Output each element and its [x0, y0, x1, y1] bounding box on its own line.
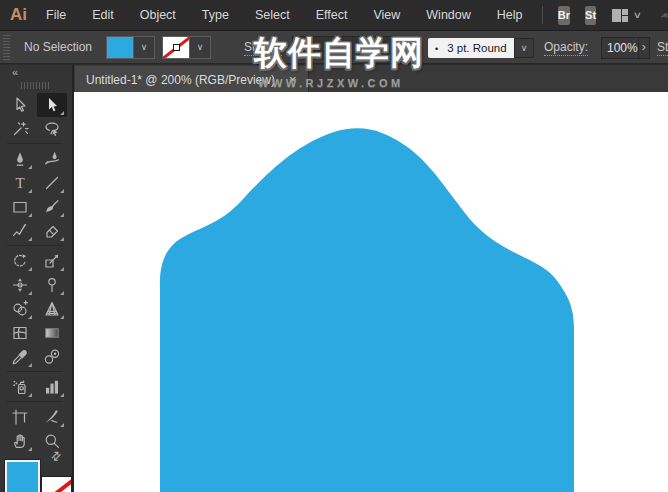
brush-value: 3 pt. Round: [447, 42, 506, 54]
column-graph-icon: [43, 378, 61, 396]
gpu-performance-icon[interactable]: [661, 7, 668, 24]
pen-tool[interactable]: [5, 147, 35, 171]
stroke-color-control[interactable]: ∨: [162, 36, 211, 59]
perspective-grid-icon: [43, 300, 61, 318]
eraser-tool[interactable]: [37, 219, 67, 243]
tools-panel: «: [0, 64, 74, 492]
stroke-weight-dropdown[interactable]: ∨: [392, 36, 408, 59]
control-bar-grip[interactable]: [3, 35, 10, 60]
stepper-down-icon[interactable]: [297, 49, 303, 53]
stroke-dropdown-button[interactable]: ∨: [189, 37, 210, 58]
gradient-icon: [43, 324, 61, 342]
chevron-down-icon: ∨: [633, 10, 642, 20]
width-tool[interactable]: [5, 273, 35, 297]
curvature-tool[interactable]: [37, 147, 67, 171]
opacity-value[interactable]: 100%: [602, 38, 638, 58]
menu-effect[interactable]: Effect: [303, 0, 361, 30]
menu-window[interactable]: Window: [413, 0, 483, 30]
rotate-tool[interactable]: [5, 249, 35, 273]
menu-file[interactable]: File: [33, 0, 79, 30]
slice-tool[interactable]: [37, 405, 67, 429]
selection-arrow-icon: [11, 96, 29, 114]
chevron-down-icon: ∨: [141, 42, 148, 52]
fill-proxy-swatch[interactable]: [5, 460, 40, 492]
column-graph-tool[interactable]: [37, 375, 67, 399]
menu-select[interactable]: Select: [242, 0, 303, 30]
tools-grid: T: [0, 93, 72, 453]
mesh-tool[interactable]: [5, 321, 35, 345]
stroke-weight-field[interactable]: [309, 36, 392, 59]
artboard-canvas[interactable]: [74, 92, 668, 492]
artboard-tool[interactable]: [5, 405, 35, 429]
puppet-warp-tool[interactable]: [37, 273, 67, 297]
paintbrush-icon: [43, 198, 61, 216]
line-segment-tool[interactable]: [37, 171, 67, 195]
selection-status: No Selection: [24, 40, 92, 54]
stepper-up-icon[interactable]: [297, 42, 303, 46]
stroke-ring: [173, 44, 180, 51]
workspace-switcher[interactable]: ∨: [612, 9, 641, 22]
workspace-icon: [612, 9, 629, 22]
blue-blob-shape[interactable]: [160, 128, 574, 492]
shaper-icon: [11, 222, 29, 240]
magic-wand-icon: [11, 120, 29, 138]
menu-object[interactable]: Object: [127, 0, 189, 30]
blend-tool[interactable]: [37, 345, 67, 369]
menu-help[interactable]: Help: [484, 0, 536, 30]
fill-swatch[interactable]: [107, 37, 133, 58]
stroke-proxy-swatch[interactable]: [42, 477, 71, 492]
menu-edit[interactable]: Edit: [79, 0, 127, 30]
pin-icon: [43, 276, 61, 294]
rectangle-tool[interactable]: [5, 195, 35, 219]
document-tab[interactable]: Untitled-1* @ 200% (RGB/Preview) ×: [75, 66, 309, 93]
opacity-arrow-button[interactable]: ›: [638, 38, 649, 58]
hand-icon: [11, 432, 29, 450]
scale-tool[interactable]: [37, 249, 67, 273]
shaper-tool[interactable]: [5, 219, 35, 243]
chevron-down-icon: ∨: [397, 42, 404, 52]
gradient-tool[interactable]: [37, 321, 67, 345]
menu-bar: Ai File Edit Object Type Select Effect V…: [0, 0, 668, 30]
fill-dropdown-button[interactable]: ∨: [133, 37, 154, 58]
type-tool[interactable]: T: [5, 171, 35, 195]
eraser-icon: [43, 222, 61, 240]
eyedropper-tool[interactable]: [5, 345, 35, 369]
brush-dropdown-button[interactable]: ∨: [514, 38, 534, 58]
artboard-icon: [11, 408, 29, 426]
lasso-tool[interactable]: [37, 117, 67, 141]
width-icon: [11, 276, 29, 294]
tools-panel-grip[interactable]: [21, 82, 51, 89]
opacity-field[interactable]: 100% ›: [601, 37, 650, 59]
menu-view[interactable]: View: [360, 0, 413, 30]
paintbrush-tool[interactable]: [37, 195, 67, 219]
svg-text:T: T: [15, 175, 24, 191]
magic-wand-tool[interactable]: [5, 117, 35, 141]
artwork-layer: [74, 92, 668, 492]
shape-builder-tool[interactable]: [5, 297, 35, 321]
type-icon: T: [11, 174, 29, 192]
brushes-button[interactable]: Br: [558, 6, 570, 25]
pen-icon: [11, 150, 29, 168]
perspective-grid-tool[interactable]: [37, 297, 67, 321]
menu-type[interactable]: Type: [189, 0, 242, 30]
close-icon[interactable]: ×: [289, 73, 297, 86]
brush-definition-select[interactable]: •3 pt. Round: [428, 38, 514, 58]
graphic-styles-button[interactable]: St: [585, 6, 596, 25]
symbol-sprayer-icon: [11, 378, 29, 396]
lasso-icon: [43, 120, 61, 138]
swap-fill-stroke-icon[interactable]: ⇄: [48, 447, 65, 464]
direct-selection-arrow-icon: [43, 96, 61, 114]
symbol-sprayer-tool[interactable]: [5, 375, 35, 399]
curvature-icon: [43, 150, 61, 168]
stroke-weight-label[interactable]: Stroke:: [244, 40, 282, 56]
rectangle-icon: [11, 198, 29, 216]
stroke-swatch-none[interactable]: [163, 37, 189, 58]
opacity-label[interactable]: Opacity:: [544, 40, 588, 56]
selection-tool[interactable]: [5, 93, 35, 117]
stroke-weight-stepper[interactable]: [292, 36, 307, 59]
collapse-panel-button[interactable]: «: [12, 65, 18, 79]
control-bar: No Selection ∨ ∨ Stroke: ∨ •3 pt. Round …: [0, 30, 668, 64]
scale-icon: [43, 252, 61, 270]
fill-color-control[interactable]: ∨: [106, 36, 155, 59]
direct-selection-tool[interactable]: [37, 93, 67, 117]
